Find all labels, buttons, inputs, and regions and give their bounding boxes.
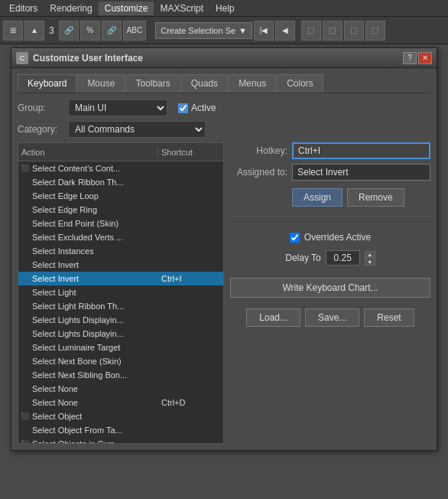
row-icon <box>18 231 31 243</box>
menu-customize[interactable]: Customize <box>99 2 154 15</box>
row-action-text: Select Excluded Verts ... <box>31 233 158 242</box>
menu-help[interactable]: Help <box>209 2 241 15</box>
table-row[interactable]: Select Invert <box>18 258 223 272</box>
table-row[interactable]: Select Object From Ta... <box>18 423 223 437</box>
toolbar-btn-4[interactable]: % <box>80 21 100 41</box>
table-row[interactable]: Select End Point (Skin) <box>18 217 223 230</box>
category-label: Category: <box>18 124 63 135</box>
reset-btn[interactable]: Reset <box>364 308 414 327</box>
row-shortcut-text: Ctrl+D <box>158 398 223 407</box>
toolbar-btn-8[interactable]: ◀ <box>275 21 295 41</box>
tab-menus[interactable]: Menus <box>229 74 276 93</box>
table-row[interactable]: Select Light Ribbon Th... <box>18 299 223 313</box>
toolbar-btn-11[interactable]: ⬚ <box>344 21 364 41</box>
toolbar-btn-7[interactable]: |◀ <box>254 21 274 41</box>
overrides-checkbox[interactable] <box>290 233 300 243</box>
table-row[interactable]: Select Dark Ribbon Th... <box>18 175 223 189</box>
table-row[interactable]: Select Instances <box>18 244 223 258</box>
assign-remove-row: Assign Remove <box>230 188 430 207</box>
load-btn[interactable]: Load... <box>246 308 300 327</box>
assigned-to-label: Assigned to: <box>230 167 287 178</box>
toolbar-btn-2[interactable]: ▲ <box>24 21 44 41</box>
hotkey-input[interactable] <box>292 142 430 159</box>
table-row[interactable]: ⬛Select Object <box>18 409 223 423</box>
delay-up-btn[interactable]: ▲ <box>365 251 375 258</box>
tab-quads[interactable]: Quads <box>181 74 228 93</box>
hotkey-label: Hotkey: <box>230 145 287 156</box>
active-checkbox-wrapper: Active <box>178 103 216 113</box>
group-row: Group: Main UI Active <box>18 99 430 116</box>
hotkey-row: Hotkey: <box>230 142 430 159</box>
dialog-controls: ? ✕ <box>403 52 432 64</box>
dialog-titlebar: C Customize User Interface ? ✕ <box>11 48 437 68</box>
table-row[interactable]: Select Luminaire Target <box>18 341 223 354</box>
table-row[interactable]: Select Next Bone (Skin) <box>18 354 223 368</box>
toolbar-btn-6[interactable]: ABC <box>123 21 147 41</box>
overrides-row: Overrides Active <box>230 232 430 243</box>
active-checkbox[interactable] <box>178 103 188 113</box>
table-row[interactable]: Select Lights Displayin... <box>18 313 223 327</box>
row-shortcut-text: Ctrl+I <box>158 274 223 283</box>
tab-toolbars[interactable]: Toolbars <box>125 74 180 93</box>
row-icon <box>18 424 31 436</box>
toolbar-btn-12[interactable]: ⬚ <box>365 21 385 41</box>
toolbar-btn-5[interactable]: 🔗 <box>102 21 122 41</box>
main-area: Action Shortcut ⬛Select Content's Cont..… <box>18 142 430 444</box>
table-scroll[interactable]: ⬛Select Content's Cont...Select Dark Rib… <box>18 161 224 444</box>
col-shortcut: Shortcut <box>158 148 223 157</box>
menu-maxscript[interactable]: MAXScript <box>154 2 209 15</box>
dialog-help-btn[interactable]: ? <box>403 52 417 64</box>
row-icon <box>18 217 31 230</box>
save-btn[interactable]: Save... <box>305 308 359 327</box>
menu-rendering[interactable]: Rendering <box>44 2 98 15</box>
delay-spinner: ▲ ▼ <box>365 251 375 266</box>
dialog-icon: C <box>16 52 28 64</box>
group-select[interactable]: Main UI <box>68 99 167 116</box>
row-action-text: Select Objects in Curr... <box>31 439 158 445</box>
row-icon: ⬛ <box>18 162 31 174</box>
row-action-text: Select Instances <box>31 246 158 256</box>
tab-colors[interactable]: Colors <box>277 74 323 93</box>
row-action-text: Select Object <box>31 412 158 421</box>
row-action-text: Select None <box>31 398 158 407</box>
table-row[interactable]: Select None <box>18 382 223 396</box>
delay-input[interactable] <box>326 250 360 266</box>
assign-btn[interactable]: Assign <box>292 188 342 207</box>
assigned-to-input[interactable] <box>292 164 430 181</box>
toolbar-btn-10[interactable]: ⬚ <box>323 21 342 41</box>
tab-mouse[interactable]: Mouse <box>77 74 125 93</box>
row-icon <box>18 341 31 354</box>
category-select[interactable]: All Commands <box>68 121 206 138</box>
table-row[interactable]: Select Edge Loop <box>18 189 223 203</box>
create-selection-btn[interactable]: Create Selection Se ▼ <box>155 22 252 39</box>
menu-editors[interactable]: Editors <box>3 2 44 15</box>
table-row[interactable]: Select Edge Ring <box>18 203 223 217</box>
delay-down-btn[interactable]: ▼ <box>365 259 375 266</box>
row-icon: ⬛ <box>18 410 31 422</box>
table-row[interactable]: ⬛Select Content's Cont... <box>18 161 223 175</box>
row-icon <box>18 204 31 216</box>
table-row[interactable]: Select Excluded Verts ... <box>18 230 223 244</box>
table-row[interactable]: Select Light <box>18 285 223 299</box>
toolbar-btn-3[interactable]: 🔗 <box>59 21 79 41</box>
delay-row: Delay To ▲ ▼ <box>230 250 430 266</box>
write-keyboard-btn[interactable]: Write Keyboard Chart... <box>230 278 430 298</box>
row-icon <box>18 314 31 326</box>
row-icon <box>18 328 31 340</box>
row-icon <box>18 190 31 202</box>
commands-table: Action Shortcut ⬛Select Content's Cont..… <box>18 142 224 444</box>
table-row[interactable]: Select NoneCtrl+D <box>18 396 223 409</box>
table-row[interactable]: Select Lights Displayin... <box>18 327 223 341</box>
tab-bar: Keyboard Mouse Toolbars Quads Menus Colo… <box>18 74 430 93</box>
row-action-text: Select Edge Ring <box>31 205 158 214</box>
toolbar-btn-1[interactable]: ⊞ <box>3 21 23 41</box>
menu-bar: Editors Rendering Customize MAXScript He… <box>0 0 448 17</box>
dialog-close-btn[interactable]: ✕ <box>418 52 432 64</box>
remove-btn[interactable]: Remove <box>347 188 404 207</box>
row-action-text: Select Object From Ta... <box>31 426 158 435</box>
table-row[interactable]: Select InvertCtrl+I <box>18 272 223 285</box>
table-row[interactable]: Select Next Sibling Bon... <box>18 368 223 382</box>
table-row[interactable]: ⬛Select Objects in Curr... <box>18 437 223 444</box>
toolbar-btn-9[interactable]: ⬚ <box>301 21 321 41</box>
tab-keyboard[interactable]: Keyboard <box>18 74 76 93</box>
